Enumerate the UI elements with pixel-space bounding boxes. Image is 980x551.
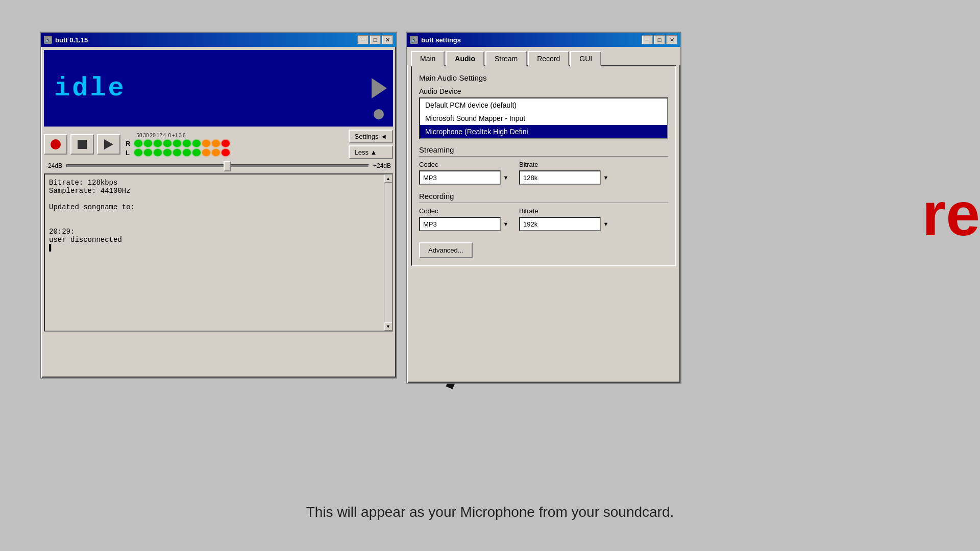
streaming-codec-select-wrapper: MP3 ▼ [419, 170, 511, 185]
stop-button[interactable] [70, 134, 94, 155]
log-cursor-line: ▌ [49, 244, 381, 252]
tab-audio[interactable]: Audio [446, 51, 484, 66]
controls-row: -50 30 20 12 4 0 +1 3 6 R [44, 130, 393, 159]
vu-l-led-8 [202, 149, 210, 156]
vu-l-led-6 [183, 149, 191, 156]
log-line-7: 20:29: [49, 228, 381, 236]
settings-icon: 🔊 [410, 36, 418, 44]
audio-device-option-microphone[interactable]: Microphone (Realtek High Defini [420, 125, 667, 138]
play-button[interactable] [97, 134, 120, 155]
volume-slider-track[interactable] [66, 164, 369, 167]
tab-stream[interactable]: Stream [485, 51, 527, 66]
vu-r-led-2 [144, 140, 152, 147]
butt-display-text: idle [54, 73, 126, 104]
log-line-4: Updated songname to: [49, 203, 381, 211]
streaming-codec-bitrate-row: Codec MP3 ▼ Bitrate 128k ▼ [419, 161, 668, 185]
settings-titlebar: 🔊 butt settings ─ □ ✕ [407, 33, 680, 47]
log-bottom-bar: ◄ ► [45, 331, 392, 332]
log-line-1: Bitrate: 128kbps [49, 179, 381, 187]
butt-main-maximize-btn[interactable]: □ [370, 35, 381, 44]
recording-codec-select[interactable]: MP3 [419, 217, 511, 231]
tab-record[interactable]: Record [528, 51, 569, 66]
log-line-8: user disconnected [49, 236, 381, 244]
log-line-6 [49, 219, 381, 228]
advanced-button[interactable]: Advanced... [419, 242, 473, 258]
settings-title-group: 🔊 butt settings [410, 36, 461, 44]
vu-l-led-4 [163, 149, 172, 156]
vu-l-led-1 [134, 149, 142, 156]
scroll-down-arrow[interactable]: ▼ [384, 322, 393, 331]
main-audio-settings-title: Main Audio Settings [419, 73, 668, 82]
recording-codec-bitrate-row: Codec MP3 ▼ Bitrate 192k ▼ [419, 207, 668, 231]
streaming-bitrate-select-wrapper: 128k ▼ [519, 170, 611, 185]
vu-l-led-7 [192, 149, 201, 156]
settings-maximize-btn[interactable]: □ [654, 35, 665, 44]
tab-gui[interactable]: GUI [570, 51, 601, 66]
settings-minimize-btn[interactable]: ─ [642, 35, 653, 44]
vu-r-led-6 [183, 140, 191, 147]
vu-l-led-9 [212, 149, 220, 156]
annotation-text: This will appear as your Microphone from… [306, 504, 674, 520]
vu-r-led-7 [192, 140, 201, 147]
recording-codec-group: Codec MP3 ▼ [419, 207, 511, 231]
vu-r-led-4 [163, 140, 172, 147]
vol-min-label: -24dB [46, 162, 62, 169]
recording-bitrate-select[interactable]: 192k [519, 217, 611, 231]
less-button[interactable]: Less ▲ [349, 145, 393, 159]
vu-r-led-8 [202, 140, 210, 147]
butt-main-close-btn[interactable]: ✕ [382, 35, 393, 44]
vu-r-led-10 [222, 140, 230, 147]
audio-device-listbox[interactable]: Default PCM device (default) Microsoft S… [419, 97, 668, 139]
streaming-bitrate-group: Bitrate 128k ▼ [519, 161, 611, 185]
recording-bitrate-group: Bitrate 192k ▼ [519, 207, 611, 231]
streaming-bitrate-select[interactable]: 128k [519, 170, 611, 185]
butt-main-content: idle -50 30 20 12 [41, 47, 396, 335]
vu-r-led-9 [212, 140, 220, 147]
log-area: Bitrate: 128kbps Samplerate: 44100Hz Upd… [45, 174, 392, 331]
vu-r-led-1 [134, 140, 142, 147]
vu-r-label: R [126, 140, 133, 147]
vol-max-label: +24dB [373, 162, 391, 169]
record-button[interactable] [44, 134, 67, 155]
audio-device-label: Audio Device [419, 87, 668, 95]
vu-r-led-3 [154, 140, 162, 147]
butt-main-icon: 🔊 [44, 36, 52, 44]
log-line-2: Samplerate: 44100Hz [49, 187, 381, 195]
vu-l-led-2 [144, 149, 152, 156]
recording-bitrate-select-wrapper: 192k ▼ [519, 217, 611, 231]
settings-tabs-row: Main Audio Stream Record GUI [407, 47, 680, 65]
streaming-section-title: Streaming [419, 145, 668, 157]
vu-r-led-5 [173, 140, 181, 147]
audio-device-option-ms[interactable]: Microsoft Sound Mapper - Input [420, 112, 667, 125]
butt-settings-window: 🔊 butt settings ─ □ ✕ Main Audio Stream … [406, 32, 681, 384]
vu-l-led-3 [154, 149, 162, 156]
streaming-codec-group: Codec MP3 ▼ [419, 161, 511, 185]
volume-slider-thumb[interactable] [224, 161, 231, 171]
settings-body: Main Audio Settings Audio Device Default… [411, 65, 676, 266]
log-scrollbar: ▲ ▼ [384, 174, 392, 331]
butt-main-titlebar: 🔊 butt 0.1.15 ─ □ ✕ [41, 33, 396, 47]
audio-device-option-default[interactable]: Default PCM device (default) [420, 98, 667, 112]
butt-main-minimize-btn[interactable]: ─ [357, 35, 369, 44]
log-line-3 [49, 195, 381, 203]
vu-l-led-5 [173, 149, 181, 156]
volume-row: -24dB +24dB [44, 162, 393, 169]
streaming-bitrate-label: Bitrate [519, 161, 611, 168]
butt-display: idle [44, 50, 393, 127]
settings-button[interactable]: Settings ◄ [349, 130, 393, 143]
record-icon [51, 139, 61, 149]
stop-icon [78, 140, 87, 149]
tab-main[interactable]: Main [411, 51, 445, 66]
recording-codec-select-wrapper: MP3 ▼ [419, 217, 511, 231]
streaming-codec-label: Codec [419, 161, 511, 168]
settings-close-btn[interactable]: ✕ [666, 35, 677, 44]
vu-l-label: L [126, 149, 133, 157]
settings-title: butt settings [421, 36, 461, 44]
streaming-codec-select[interactable]: MP3 [419, 170, 511, 185]
scroll-up-arrow[interactable]: ▲ [384, 174, 393, 183]
display-play-icon [372, 78, 387, 98]
red-side-text: re [922, 179, 980, 249]
butt-main-title: butt 0.1.15 [55, 36, 88, 44]
settings-window-controls: ─ □ ✕ [642, 35, 677, 44]
play-icon [104, 139, 113, 149]
